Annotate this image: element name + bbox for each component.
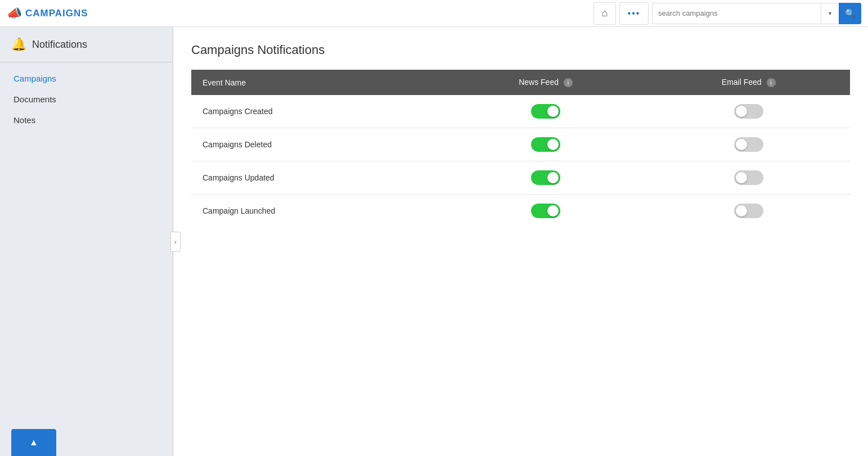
email-feed-toggle-3[interactable] xyxy=(734,204,763,218)
sidebar-item-campaigns[interactable]: Campaigns xyxy=(0,68,173,89)
sidebar-item-documents[interactable]: Documents xyxy=(0,89,173,110)
event-name-cell: Campaigns Deleted xyxy=(191,128,444,161)
main-layout: 🔔 Notifications Campaigns Documents Note… xyxy=(0,27,868,456)
col-news-feed: News Feed i xyxy=(444,70,647,95)
notifications-table: Event Name News Feed i Email Feed i Camp… xyxy=(191,70,850,227)
collapse-icon: ‹ xyxy=(174,238,177,245)
app-logo: 📣 CAMPAIGNS xyxy=(7,6,88,21)
table-row: Campaign Launched xyxy=(191,195,850,228)
email-feed-info-icon[interactable]: i xyxy=(767,78,776,87)
search-submit-button[interactable]: 🔍 xyxy=(839,3,861,24)
table-row: Campaigns Deleted xyxy=(191,128,850,161)
search-icon: 🔍 xyxy=(845,8,856,19)
col-email-feed: Email Feed i xyxy=(647,70,850,95)
news-feed-info-icon[interactable]: i xyxy=(564,78,573,87)
email-feed-cell xyxy=(647,161,850,195)
event-name-cell: Campaigns Created xyxy=(191,95,444,128)
app-title: CAMPAIGNS xyxy=(25,8,88,19)
main-content: Campaigns Notifications Event Name News … xyxy=(173,27,868,456)
home-button[interactable]: ⌂ xyxy=(593,2,616,25)
sidebar-nav: Campaigns Documents Notes xyxy=(0,62,173,136)
search-dropdown-button[interactable]: ▾ xyxy=(821,3,839,24)
top-navigation: 📣 CAMPAIGNS ⌂ ••• ▾ 🔍 xyxy=(0,0,868,27)
table-row: Campaigns Created xyxy=(191,95,850,128)
page-title: Campaigns Notifications xyxy=(191,43,850,57)
news-feed-cell xyxy=(444,195,647,228)
scroll-up-button[interactable]: ▲ xyxy=(11,429,56,456)
scroll-up-icon: ▲ xyxy=(29,437,38,448)
home-icon: ⌂ xyxy=(602,7,608,19)
sidebar: 🔔 Notifications Campaigns Documents Note… xyxy=(0,27,173,456)
email-feed-cell xyxy=(647,195,850,228)
email-feed-toggle-0[interactable] xyxy=(734,104,763,119)
chevron-down-icon: ▾ xyxy=(829,10,831,16)
email-feed-toggle-2[interactable] xyxy=(734,170,763,185)
col-event-name-label: Event Name xyxy=(203,78,246,87)
bell-icon: 🔔 xyxy=(11,37,26,52)
event-name-cell: Campaigns Updated xyxy=(191,161,444,195)
more-options-button[interactable]: ••• xyxy=(619,2,649,25)
topnav-actions: ⌂ ••• ▾ 🔍 xyxy=(593,2,861,25)
event-name-cell: Campaign Launched xyxy=(191,195,444,228)
email-feed-cell xyxy=(647,128,850,161)
news-feed-cell xyxy=(444,128,647,161)
col-email-feed-label: Email Feed xyxy=(722,78,762,87)
news-feed-toggle-1[interactable] xyxy=(531,137,560,152)
sidebar-collapse-button[interactable]: ‹ xyxy=(170,232,181,252)
news-feed-cell xyxy=(444,161,647,195)
news-feed-toggle-3[interactable] xyxy=(531,204,560,218)
logo-icon: 📣 xyxy=(7,6,22,21)
sidebar-notifications-header: 🔔 Notifications xyxy=(0,27,173,62)
table-row: Campaigns Updated xyxy=(191,161,850,195)
news-feed-toggle-0[interactable] xyxy=(531,104,560,119)
col-event-name: Event Name xyxy=(191,70,444,95)
sidebar-item-notes[interactable]: Notes xyxy=(0,110,173,130)
email-feed-cell xyxy=(647,95,850,128)
col-news-feed-label: News Feed xyxy=(519,78,559,87)
dots-icon: ••• xyxy=(628,8,641,19)
search-container: ▾ 🔍 xyxy=(652,3,861,24)
news-feed-cell xyxy=(444,95,647,128)
search-input[interactable] xyxy=(652,3,821,24)
notifications-label: Notifications xyxy=(32,39,87,51)
email-feed-toggle-1[interactable] xyxy=(734,137,763,152)
news-feed-toggle-2[interactable] xyxy=(531,170,560,185)
